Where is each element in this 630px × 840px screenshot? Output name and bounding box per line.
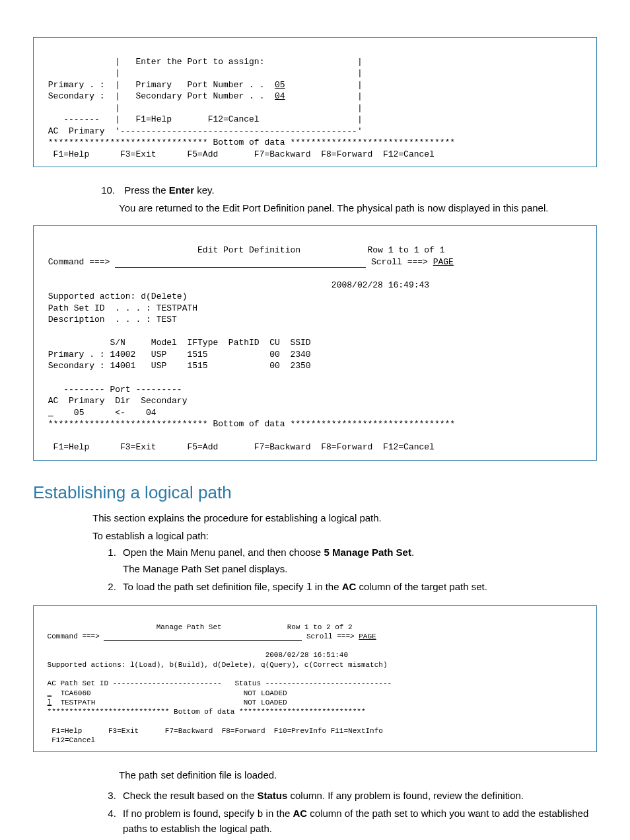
line: F1=Help F3=Exit F5=Add F7=Backward F8=Fo… [43,149,435,159]
line: AC Primary Dir Secondary [43,396,187,406]
command-input[interactable] [115,259,366,268]
line: | | [43,68,363,78]
line: ------- | F1=Help F12=Cancel | [43,114,363,124]
line: AC Primary '----------------------------… [43,126,363,136]
step-number: 10. [92,183,115,197]
title-line: Manage Path Set Row 1 to 2 of 2 [43,623,353,631]
line: | [285,80,363,90]
step-4: If no problem is found, specify b in the… [119,806,597,835]
terminal-port-assign: | Enter the Port to assign: | | | Primar… [33,37,597,167]
line: 05 <- 04 [53,408,157,418]
line: AC Path Set ID -------------------------… [43,679,392,687]
line: S/N Model IFType PathID CU SSID [43,338,311,348]
cmd-label: Command ===> [43,257,115,267]
step-1-sub: The Manage Path Set panel displays. [123,562,597,576]
scroll-label: Scroll ===> [366,257,433,267]
steps-list: Open the Main Menu panel, and then choos… [92,545,597,595]
terminal-edit-port-definition: Edit Port Definition Row 1 to 1 of 1 Com… [33,225,597,460]
line: ******************************* Bottom o… [43,419,455,429]
step-3: Check the result based on the Status col… [119,788,597,802]
line: Path Set ID . . . : TESTPATH [43,303,197,313]
enter-key-label: Enter [169,184,194,196]
cmd-label: Command ===> [43,632,104,640]
line: F1=Help F3=Exit F5=Add F7=Backward F8=Fo… [43,442,435,452]
line: **************************** Bottom of d… [43,708,365,716]
line: ******************************* Bottom o… [43,137,455,147]
line: | Enter the Port to assign: | [43,57,363,67]
loaded-text: The path set definition file is loaded. [119,768,597,782]
secondary-port-value: 04 [275,91,285,101]
line: Supported action: d(Delete) [43,291,187,301]
line: Primary . : 14002 USP 1515 00 2340 [43,350,311,360]
line: Primary . : | Primary Port Number . . [43,80,275,90]
scroll-label: Scroll ===> [302,632,359,640]
step-2: To load the path set definition file, sp… [119,580,597,595]
line [43,408,48,418]
line: Supported actions: l(Load), b(Build), d(… [43,661,388,669]
scroll-value: PAGE [359,632,376,640]
section-heading: Establishing a logical path [33,480,597,504]
line: -------- Port --------- [43,385,182,395]
ac-field[interactable]: _ [48,408,53,418]
timestamp: 2008/02/28 16:51:40 [43,651,348,659]
steps-list-continued: Check the result based on the Status col… [92,788,597,835]
step-description: You are returned to the Edit Port Defini… [119,201,597,215]
step-text: Press the [124,184,169,196]
line: F1=Help F3=Exit F7=Backward F8=Forward F… [43,727,383,735]
line: Secondary : | Secondary Port Number . . [43,91,275,101]
step-1: Open the Main Menu panel, and then choos… [119,545,597,576]
primary-port-value: 05 [275,80,285,90]
section-intro2: To establish a logical path: [92,529,597,543]
line: Description . . . : TEST [43,315,177,325]
line: F12=Cancel [43,736,95,744]
section-intro: This section explains the procedure for … [92,511,597,525]
line: | | [43,103,363,113]
line: | [285,91,363,101]
title-line: Edit Port Definition Row 1 to 1 of 1 [43,245,445,255]
terminal-manage-path-set-1: Manage Path Set Row 1 to 2 of 2 Command … [33,605,597,752]
scroll-value: PAGE [433,257,454,267]
timestamp: 2008/02/28 16:49:43 [43,280,429,290]
command-input[interactable] [104,634,302,641]
line: Secondary : 14001 USP 1515 00 2350 [43,361,311,371]
